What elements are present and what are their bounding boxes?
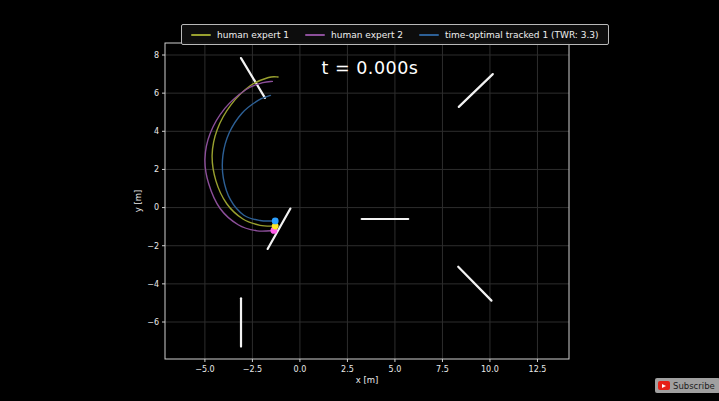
y-tick-label: 0 [154,203,159,212]
y-axis-label: y [m] [133,190,143,213]
x-tick-label: 0.0 [294,365,307,374]
x-tick-label: 5.0 [389,365,402,374]
x-tick-label: 2.5 [341,365,354,374]
youtube-icon [658,381,670,390]
subscribe-label: Subscribe [673,381,715,391]
trajectory-human-expert-1 [212,77,278,226]
x-tick-label: −5.0 [195,365,214,374]
gate-1 [241,58,265,98]
x-tick-label: 7.5 [436,365,449,374]
legend-label-human-expert-2: human expert 2 [331,30,403,40]
legend-label-time-optimal: time-optimal tracked 1 (TWR: 3.3) [445,30,599,40]
legend-label-human-expert-1: human expert 1 [217,30,289,40]
x-axis-label: x [m] [356,375,379,385]
x-tick-label: −2.5 [243,365,262,374]
x-tick-label: 10.0 [481,365,499,374]
y-tick-label: −4 [147,280,159,289]
legend-swatch-time-optimal [419,34,439,36]
subscribe-button[interactable]: Subscribe [655,378,719,393]
legend: human expert 1 human expert 2 time-optim… [181,24,609,45]
youtube-play-triangle-icon [662,384,666,388]
trajectory-time-optimal-tracked-1-twr-3-3- [222,95,275,221]
legend-item-human-expert-2: human expert 2 [305,30,403,40]
y-tick-label: 2 [154,165,159,174]
gate-2 [459,74,493,107]
y-tick-label: −2 [147,242,159,251]
trajectory-human-expert-2 [205,81,274,231]
video-player[interactable]: −5.0−2.50.02.55.07.510.012.586420−2−4−6x… [0,0,719,401]
legend-swatch-human-expert-1 [191,34,211,36]
start-marker-time-optimal-tracked-1-twr-3-3- [272,218,279,225]
y-tick-label: 8 [154,51,159,60]
legend-item-human-expert-1: human expert 1 [191,30,289,40]
time-label: t = 0.000s [285,58,455,78]
y-tick-label: −6 [147,318,159,327]
legend-item-time-optimal: time-optimal tracked 1 (TWR: 3.3) [419,30,599,40]
y-tick-label: 6 [154,89,159,98]
legend-swatch-human-expert-2 [305,34,325,36]
y-tick-label: 4 [154,127,159,136]
x-tick-label: 12.5 [529,365,547,374]
